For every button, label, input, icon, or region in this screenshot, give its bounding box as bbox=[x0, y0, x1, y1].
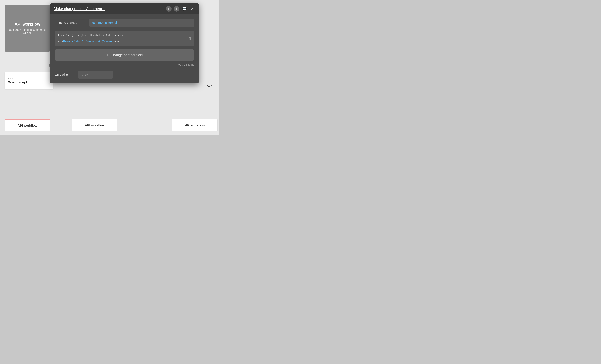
modal-dialog: Make changes to t-Comment... ▶ ℹ 💬 ✕ Thi… bbox=[50, 3, 199, 83]
bottom-card-1: API workflow bbox=[5, 119, 50, 131]
play-icon[interactable]: ▶ bbox=[166, 6, 171, 11]
modal-header: Make changes to t-Comment... ▶ ℹ 💬 ✕ bbox=[50, 3, 199, 14]
add-all-fields-link[interactable]: Add all fields bbox=[55, 63, 194, 66]
bottom-card-2: API workflow bbox=[72, 119, 117, 131]
thing-to-change-value[interactable]: comments:item #i bbox=[89, 19, 194, 27]
api-workflow-title: API workflow bbox=[15, 22, 40, 27]
step-name: Server script bbox=[8, 80, 27, 84]
modal-body: Thing to change comments:item #i Body (h… bbox=[50, 14, 199, 83]
delete-icon[interactable]: 🗑 bbox=[189, 37, 192, 40]
change-another-field-label: Change another field bbox=[111, 53, 143, 57]
body-field-line2: <p>Result of step 1 (Server script)'s re… bbox=[58, 39, 191, 44]
only-when-row: Only when Click bbox=[55, 71, 194, 79]
bottom-card-2-label: API workflow bbox=[85, 123, 105, 127]
close-button[interactable]: ✕ bbox=[189, 6, 195, 11]
info-icon[interactable]: ℹ bbox=[174, 6, 179, 11]
change-another-field-button[interactable]: + Change another field bbox=[55, 49, 194, 60]
bottom-card-3-label: API workflow bbox=[185, 123, 205, 127]
right-partial: ow a bbox=[207, 0, 219, 135]
comment-icon[interactable]: 💬 bbox=[181, 6, 187, 11]
bottom-card-1-label: API workflow bbox=[18, 124, 37, 127]
step-card[interactable]: Step 1 Server script → bbox=[5, 72, 53, 89]
only-when-value[interactable]: Click bbox=[78, 71, 113, 79]
thing-to-change-label: Thing to change bbox=[55, 21, 86, 25]
plus-icon: + bbox=[106, 53, 109, 58]
modal-title[interactable]: Make changes to t-Comment... bbox=[54, 7, 105, 11]
thing-to-change-row: Thing to change comments:item #i bbox=[55, 19, 194, 27]
api-workflow-subtitle: add body (html) in comments with @ bbox=[7, 28, 48, 35]
only-when-label: Only when bbox=[55, 73, 75, 77]
body-field-container: Body (html) = <style> p {line-height: 1.… bbox=[55, 30, 194, 46]
body-field-line1: Body (html) = <style> p {line-height: 1.… bbox=[58, 33, 191, 38]
body-field-link[interactable]: Result of step 1 (Server script)'s resul… bbox=[63, 39, 113, 43]
step-label: Step 1 bbox=[8, 77, 15, 80]
modal-header-icons: ▶ ℹ 💬 ✕ bbox=[166, 6, 195, 11]
api-workflow-card-topleft: API workflow add body (html) in comments… bbox=[5, 5, 50, 52]
